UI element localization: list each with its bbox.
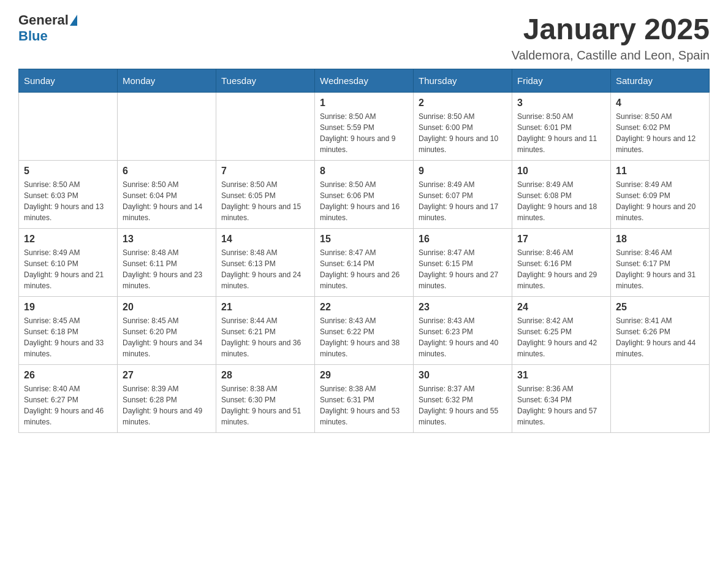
weekday-header-tuesday: Tuesday	[216, 69, 315, 93]
day-number: 18	[616, 234, 704, 245]
day-number: 22	[320, 302, 408, 313]
day-info: Sunrise: 8:36 AMSunset: 6:34 PMDaylight:…	[517, 383, 605, 427]
day-info: Sunrise: 8:50 AMSunset: 6:03 PMDaylight:…	[24, 179, 112, 223]
calendar-table: SundayMondayTuesdayWednesdayThursdayFrid…	[18, 69, 710, 433]
weekday-header-monday: Monday	[118, 69, 216, 93]
day-info: Sunrise: 8:45 AMSunset: 6:18 PMDaylight:…	[24, 315, 112, 359]
calendar-cell: 12Sunrise: 8:49 AMSunset: 6:10 PMDayligh…	[19, 229, 118, 297]
day-number: 21	[221, 302, 309, 313]
day-info: Sunrise: 8:47 AMSunset: 6:14 PMDaylight:…	[320, 247, 408, 291]
day-number: 9	[419, 166, 507, 177]
calendar-cell: 10Sunrise: 8:49 AMSunset: 6:08 PMDayligh…	[512, 161, 611, 229]
day-number: 13	[123, 234, 211, 245]
calendar-cell: 27Sunrise: 8:39 AMSunset: 6:28 PMDayligh…	[118, 365, 216, 433]
day-number: 14	[221, 234, 309, 245]
calendar-cell: 19Sunrise: 8:45 AMSunset: 6:18 PMDayligh…	[19, 297, 118, 365]
day-number: 23	[419, 302, 507, 313]
weekday-header-sunday: Sunday	[19, 69, 118, 93]
day-info: Sunrise: 8:50 AMSunset: 6:06 PMDaylight:…	[320, 179, 408, 223]
day-number: 1	[320, 98, 408, 109]
calendar-cell: 8Sunrise: 8:50 AMSunset: 6:06 PMDaylight…	[315, 161, 414, 229]
day-info: Sunrise: 8:48 AMSunset: 6:11 PMDaylight:…	[123, 247, 211, 291]
day-info: Sunrise: 8:43 AMSunset: 6:22 PMDaylight:…	[320, 315, 408, 359]
calendar-cell: 1Sunrise: 8:50 AMSunset: 5:59 PMDaylight…	[315, 93, 414, 161]
calendar-cell	[611, 365, 710, 433]
day-number: 26	[24, 370, 112, 381]
location-text: Valdemora, Castille and Leon, Spain	[512, 48, 710, 63]
day-info: Sunrise: 8:40 AMSunset: 6:27 PMDaylight:…	[24, 383, 112, 427]
day-number: 8	[320, 166, 408, 177]
day-number: 28	[221, 370, 309, 381]
day-number: 29	[320, 370, 408, 381]
calendar-cell: 22Sunrise: 8:43 AMSunset: 6:22 PMDayligh…	[315, 297, 414, 365]
calendar-cell: 21Sunrise: 8:44 AMSunset: 6:21 PMDayligh…	[216, 297, 315, 365]
calendar-cell: 3Sunrise: 8:50 AMSunset: 6:01 PMDaylight…	[512, 93, 611, 161]
day-number: 2	[419, 98, 507, 109]
day-info: Sunrise: 8:42 AMSunset: 6:25 PMDaylight:…	[517, 315, 605, 359]
day-number: 12	[24, 234, 112, 245]
calendar-cell: 5Sunrise: 8:50 AMSunset: 6:03 PMDaylight…	[19, 161, 118, 229]
calendar-cell: 6Sunrise: 8:50 AMSunset: 6:04 PMDaylight…	[118, 161, 216, 229]
calendar-cell: 20Sunrise: 8:45 AMSunset: 6:20 PMDayligh…	[118, 297, 216, 365]
weekday-header-saturday: Saturday	[611, 69, 710, 93]
calendar-cell: 24Sunrise: 8:42 AMSunset: 6:25 PMDayligh…	[512, 297, 611, 365]
day-info: Sunrise: 8:49 AMSunset: 6:07 PMDaylight:…	[419, 179, 507, 223]
calendar-week-row: 26Sunrise: 8:40 AMSunset: 6:27 PMDayligh…	[19, 365, 710, 433]
calendar-cell: 2Sunrise: 8:50 AMSunset: 6:00 PMDaylight…	[414, 93, 512, 161]
calendar-cell: 7Sunrise: 8:50 AMSunset: 6:05 PMDaylight…	[216, 161, 315, 229]
calendar-cell: 29Sunrise: 8:38 AMSunset: 6:31 PMDayligh…	[315, 365, 414, 433]
day-info: Sunrise: 8:43 AMSunset: 6:23 PMDaylight:…	[419, 315, 507, 359]
day-info: Sunrise: 8:44 AMSunset: 6:21 PMDaylight:…	[221, 315, 309, 359]
day-number: 6	[123, 166, 211, 177]
day-info: Sunrise: 8:49 AMSunset: 6:10 PMDaylight:…	[24, 247, 112, 291]
calendar-cell: 4Sunrise: 8:50 AMSunset: 6:02 PMDaylight…	[611, 93, 710, 161]
day-info: Sunrise: 8:39 AMSunset: 6:28 PMDaylight:…	[123, 383, 211, 427]
title-area: January 2025 Valdemora, Castille and Leo…	[512, 12, 710, 63]
day-info: Sunrise: 8:47 AMSunset: 6:15 PMDaylight:…	[419, 247, 507, 291]
page-header: General Blue January 2025 Valdemora, Cas…	[18, 12, 710, 63]
calendar-cell: 17Sunrise: 8:46 AMSunset: 6:16 PMDayligh…	[512, 229, 611, 297]
day-info: Sunrise: 8:37 AMSunset: 6:32 PMDaylight:…	[419, 383, 507, 427]
day-number: 3	[517, 98, 605, 109]
day-number: 30	[419, 370, 507, 381]
calendar-cell: 28Sunrise: 8:38 AMSunset: 6:30 PMDayligh…	[216, 365, 315, 433]
day-info: Sunrise: 8:50 AMSunset: 6:05 PMDaylight:…	[221, 179, 309, 223]
day-info: Sunrise: 8:38 AMSunset: 6:30 PMDaylight:…	[221, 383, 309, 427]
day-number: 27	[123, 370, 211, 381]
calendar-cell	[118, 93, 216, 161]
day-number: 20	[123, 302, 211, 313]
day-info: Sunrise: 8:50 AMSunset: 6:04 PMDaylight:…	[123, 179, 211, 223]
calendar-cell: 11Sunrise: 8:49 AMSunset: 6:09 PMDayligh…	[611, 161, 710, 229]
day-number: 16	[419, 234, 507, 245]
logo-blue-text: Blue	[18, 28, 69, 44]
day-info: Sunrise: 8:48 AMSunset: 6:13 PMDaylight:…	[221, 247, 309, 291]
calendar-cell: 16Sunrise: 8:47 AMSunset: 6:15 PMDayligh…	[414, 229, 512, 297]
day-info: Sunrise: 8:46 AMSunset: 6:16 PMDaylight:…	[517, 247, 605, 291]
month-title: January 2025	[512, 12, 710, 46]
calendar-cell: 31Sunrise: 8:36 AMSunset: 6:34 PMDayligh…	[512, 365, 611, 433]
day-info: Sunrise: 8:38 AMSunset: 6:31 PMDaylight:…	[320, 383, 408, 427]
weekday-header-thursday: Thursday	[414, 69, 512, 93]
calendar-cell	[216, 93, 315, 161]
day-info: Sunrise: 8:50 AMSunset: 6:01 PMDaylight:…	[517, 111, 605, 155]
day-number: 15	[320, 234, 408, 245]
day-info: Sunrise: 8:49 AMSunset: 6:08 PMDaylight:…	[517, 179, 605, 223]
logo-triangle-icon	[70, 15, 77, 26]
day-info: Sunrise: 8:41 AMSunset: 6:26 PMDaylight:…	[616, 315, 704, 359]
calendar-cell	[19, 93, 118, 161]
day-number: 7	[221, 166, 309, 177]
logo-general-text: General	[18, 12, 69, 28]
day-info: Sunrise: 8:46 AMSunset: 6:17 PMDaylight:…	[616, 247, 704, 291]
day-number: 19	[24, 302, 112, 313]
calendar-cell: 18Sunrise: 8:46 AMSunset: 6:17 PMDayligh…	[611, 229, 710, 297]
calendar-cell: 26Sunrise: 8:40 AMSunset: 6:27 PMDayligh…	[19, 365, 118, 433]
day-number: 31	[517, 370, 605, 381]
day-info: Sunrise: 8:50 AMSunset: 6:02 PMDaylight:…	[616, 111, 704, 155]
day-info: Sunrise: 8:50 AMSunset: 6:00 PMDaylight:…	[419, 111, 507, 155]
day-info: Sunrise: 8:45 AMSunset: 6:20 PMDaylight:…	[123, 315, 211, 359]
calendar-cell: 30Sunrise: 8:37 AMSunset: 6:32 PMDayligh…	[414, 365, 512, 433]
day-number: 11	[616, 166, 704, 177]
day-number: 5	[24, 166, 112, 177]
calendar-header-row: SundayMondayTuesdayWednesdayThursdayFrid…	[19, 69, 710, 93]
calendar-week-row: 5Sunrise: 8:50 AMSunset: 6:03 PMDaylight…	[19, 161, 710, 229]
